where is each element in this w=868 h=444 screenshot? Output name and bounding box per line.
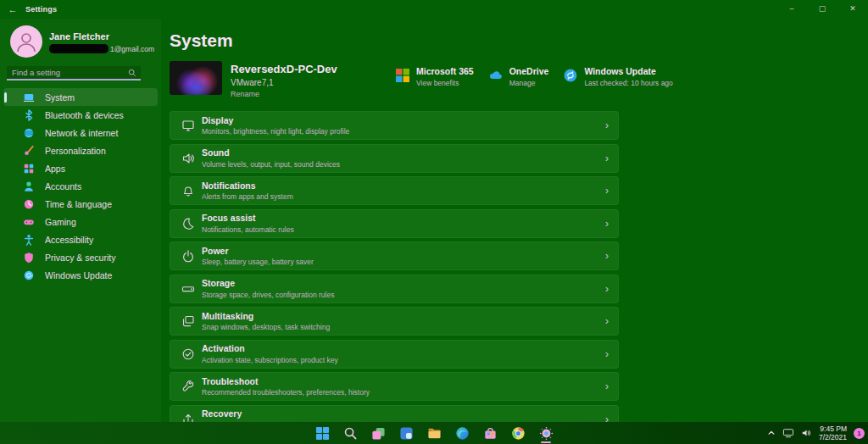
task-view-icon[interactable] <box>368 423 388 443</box>
system-tray: 9:45 PM 7/2/2021 1 <box>767 422 865 444</box>
sidebar-item-gaming[interactable]: Gaming <box>3 213 158 230</box>
widgets-icon[interactable] <box>396 423 416 443</box>
sidebar-nav: System Bluetooth & devices Network & int… <box>3 88 158 284</box>
power-icon <box>181 249 195 263</box>
device-name: ReversedxD-PC-Dev <box>231 63 337 75</box>
microsoft-store-icon[interactable] <box>480 423 500 443</box>
accounts-person-icon <box>22 180 35 192</box>
row-notifications[interactable]: Notifications Alerts from apps and syste… <box>170 176 619 205</box>
quick-link-title: Microsoft 365 <box>416 66 474 76</box>
edge-icon[interactable] <box>452 423 472 443</box>
row-activation[interactable]: Activation Activation state, subscriptio… <box>170 340 619 369</box>
chrome-icon[interactable] <box>508 423 528 443</box>
sidebar-item-time-language[interactable]: Time & language <box>3 195 158 213</box>
sidebar-item-privacy-security[interactable]: Privacy & security <box>3 248 158 266</box>
sidebar-item-personalization[interactable]: Personalization <box>3 142 158 159</box>
device-thumbnail <box>170 61 222 95</box>
manage-link[interactable]: Manage <box>509 79 549 87</box>
row-title: Display <box>202 115 349 125</box>
chevron-right-icon: › <box>605 348 609 360</box>
windows-update-icon <box>563 68 578 83</box>
tray-time: 9:45 PM <box>819 425 847 433</box>
sidebar-item-windows-update[interactable]: Windows Update <box>3 266 158 284</box>
quick-link-windows-update[interactable]: Windows Update Last checked: 10 hours ag… <box>563 66 672 87</box>
search-taskbar-icon[interactable] <box>340 423 360 443</box>
search-input[interactable] <box>7 68 128 77</box>
user-email: 1@gmail.com <box>110 45 154 53</box>
settings-list: Display Monitors, brightness, night ligh… <box>170 111 619 434</box>
sidebar-item-label: Bluetooth & devices <box>45 110 124 120</box>
windows-stack-icon <box>181 314 195 328</box>
sidebar-item-label: Accessibility <box>45 235 93 245</box>
back-arrow-icon: ← <box>8 4 18 14</box>
sidebar-item-bluetooth-devices[interactable]: Bluetooth & devices <box>3 106 158 124</box>
row-storage[interactable]: Storage Storage space, drives, configura… <box>170 275 619 303</box>
row-subtitle: Activation state, subscriptions, product… <box>202 356 338 364</box>
last-checked-status: Last checked: 10 hours ago <box>584 79 672 87</box>
row-focus-assist[interactable]: Focus assist Notifications, automatic ru… <box>170 209 619 238</box>
row-title: Recovery <box>202 408 376 419</box>
settings-taskbar-icon[interactable] <box>536 423 556 443</box>
row-title: Power <box>202 246 314 256</box>
row-subtitle: Volume levels, output, input, sound devi… <box>202 160 340 169</box>
sidebar-item-accounts[interactable]: Accounts <box>3 177 158 195</box>
row-subtitle: Sleep, battery usage, battery saver <box>202 258 314 266</box>
quick-link-onedrive[interactable]: OneDrive Manage <box>488 66 549 87</box>
row-title: Storage <box>202 278 334 288</box>
moon-icon <box>181 217 195 230</box>
row-display[interactable]: Display Monitors, brightness, night ligh… <box>170 111 619 140</box>
tray-chevron-up-icon[interactable] <box>767 429 776 437</box>
drive-icon <box>181 282 195 296</box>
user-account[interactable]: Jane Fletcher 1@gmail.com <box>10 25 154 58</box>
sidebar-item-label: Apps <box>45 164 65 174</box>
chevron-right-icon: › <box>605 153 609 164</box>
shield-icon <box>22 251 35 264</box>
search-box <box>7 66 141 80</box>
row-subtitle: Alerts from apps and system <box>202 192 293 201</box>
sidebar-item-label: Personalization <box>45 146 106 156</box>
view-benefits-link[interactable]: View benefits <box>416 79 474 87</box>
minimize-button[interactable]: – <box>776 0 807 17</box>
row-troubleshoot[interactable]: Troubleshoot Recommended troubleshooters… <box>170 372 619 401</box>
file-explorer-icon[interactable] <box>424 423 444 443</box>
back-button[interactable]: ← <box>0 4 25 14</box>
maximize-button[interactable]: ▢ <box>807 0 837 17</box>
sidebar-item-accessibility[interactable]: Accessibility <box>3 230 158 248</box>
app-title: Settings <box>25 5 57 14</box>
row-power[interactable]: Power Sleep, battery usage, battery save… <box>170 241 619 270</box>
titlebar: ← Settings – ▢ ✕ <box>0 0 868 19</box>
accessibility-person-icon <box>22 233 35 246</box>
row-sound[interactable]: Sound Volume levels, output, input, soun… <box>170 144 619 173</box>
rename-link[interactable]: Rename <box>231 90 337 98</box>
check-circle-icon <box>181 347 195 361</box>
volume-icon[interactable] <box>801 428 812 438</box>
row-multitasking[interactable]: Multitasking Snap windows, desktops, tas… <box>170 307 619 336</box>
row-title: Focus assist <box>202 213 294 223</box>
search-icon <box>128 69 136 77</box>
sidebar-item-label: Time & language <box>45 199 112 209</box>
chevron-right-icon: › <box>605 380 609 392</box>
notification-badge[interactable]: 1 <box>854 428 865 439</box>
network-icon[interactable] <box>782 428 794 438</box>
user-name: Jane Fletcher <box>49 31 154 42</box>
bluetooth-icon <box>22 108 35 121</box>
taskbar: 9:45 PM 7/2/2021 1 <box>0 422 868 444</box>
row-title: Notifications <box>202 180 293 191</box>
brush-icon <box>22 144 35 157</box>
quick-link-title: Windows Update <box>584 66 672 76</box>
sidebar-item-label: Privacy & security <box>45 253 115 263</box>
sidebar-item-system[interactable]: System <box>3 88 158 106</box>
start-button[interactable] <box>312 423 332 443</box>
close-button[interactable]: ✕ <box>837 0 868 17</box>
row-subtitle: Recommended troubleshooters, preferences… <box>202 388 370 397</box>
chevron-right-icon: › <box>605 185 609 197</box>
sidebar-item-apps[interactable]: Apps <box>3 159 158 177</box>
row-title: Troubleshoot <box>202 376 370 386</box>
sidebar-item-network-internet[interactable]: Network & internet <box>3 124 158 142</box>
row-title: Multitasking <box>202 311 330 321</box>
person-icon <box>14 30 38 53</box>
quick-link-microsoft-365[interactable]: Microsoft 365 View benefits <box>395 66 474 87</box>
clock[interactable]: 9:45 PM 7/2/2021 <box>819 425 847 441</box>
system-icon <box>22 91 35 103</box>
settings-window: ← Settings – ▢ ✕ Jane Fletcher 1@gmail.c… <box>0 0 868 444</box>
